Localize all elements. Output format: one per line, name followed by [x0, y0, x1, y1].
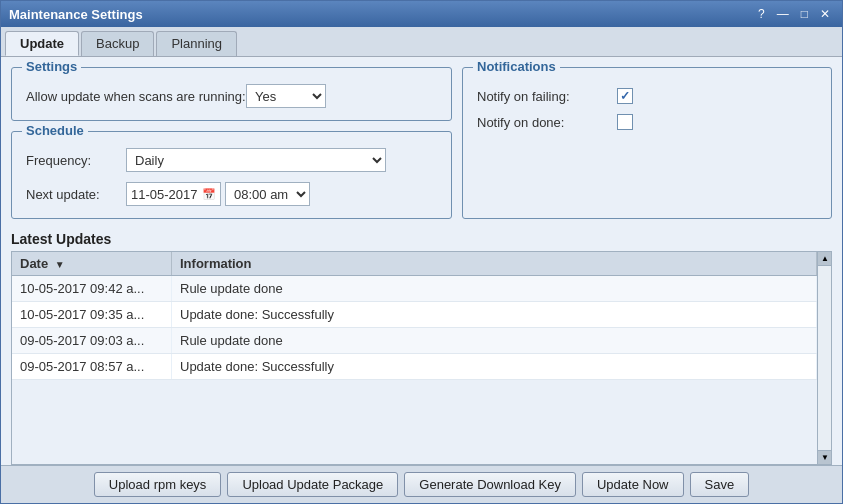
settings-group-title: Settings	[22, 59, 81, 74]
tab-backup[interactable]: Backup	[81, 31, 154, 56]
schedule-group: Schedule Frequency: Daily Weekly Monthly…	[11, 131, 452, 219]
notifications-group: Notifications Notify on failing: Notify …	[462, 67, 832, 219]
title-bar-controls: ? — □ ✕	[754, 7, 834, 21]
scrollbar-track	[818, 266, 831, 450]
next-update-label: Next update:	[26, 187, 126, 202]
scrollbar-down-btn[interactable]: ▼	[818, 450, 832, 464]
cell-info-2: Rule update done	[172, 328, 817, 353]
maximize-button[interactable]: □	[797, 7, 812, 21]
settings-group: Settings Allow update when scans are run…	[11, 67, 452, 121]
table-scrollbar[interactable]: ▲ ▼	[817, 252, 831, 464]
allow-update-label: Allow update when scans are running:	[26, 89, 246, 104]
notify-done-label: Notify on done:	[477, 115, 607, 130]
col-header-date[interactable]: Date ▼	[12, 252, 172, 275]
notify-failing-row: Notify on failing:	[477, 88, 817, 104]
frequency-label: Frequency:	[26, 153, 126, 168]
date-input[interactable]: 11-05-2017 📅	[126, 182, 221, 206]
cell-info-1: Update done: Successfully	[172, 302, 817, 327]
schedule-group-title: Schedule	[22, 123, 88, 138]
content-area: Settings Allow update when scans are run…	[1, 57, 842, 465]
close-button[interactable]: ✕	[816, 7, 834, 21]
tab-bar: Update Backup Planning	[1, 27, 842, 57]
table-container: Date ▼ Information 10-05-2017 09:42 a...…	[11, 251, 832, 465]
sort-arrow-icon: ▼	[55, 259, 65, 270]
panel-left: Settings Allow update when scans are run…	[11, 67, 452, 219]
download-key-button[interactable]: Generate Download Key	[404, 472, 576, 497]
cell-date-3: 09-05-2017 08:57 a...	[12, 354, 172, 379]
update-now-button[interactable]: Update Now	[582, 472, 684, 497]
table-body: 10-05-2017 09:42 a... Rule update done 1…	[12, 276, 817, 464]
calendar-icon[interactable]: 📅	[202, 188, 216, 201]
table-row: 09-05-2017 08:57 a... Update done: Succe…	[12, 354, 817, 380]
col-header-info[interactable]: Information	[172, 252, 817, 275]
title-bar: Maintenance Settings ? — □ ✕	[1, 1, 842, 27]
upload-pkg-button[interactable]: Upload Update Package	[227, 472, 398, 497]
cell-date-2: 09-05-2017 09:03 a...	[12, 328, 172, 353]
date-value: 11-05-2017	[131, 187, 198, 202]
help-button[interactable]: ?	[754, 7, 769, 21]
allow-update-select[interactable]: Yes No	[246, 84, 326, 108]
latest-updates-section: Latest Updates Date ▼ Information	[1, 225, 842, 465]
allow-update-row: Allow update when scans are running: Yes…	[26, 84, 437, 108]
panel-right: Notifications Notify on failing: Notify …	[462, 67, 832, 219]
latest-updates-title: Latest Updates	[11, 225, 832, 251]
notify-done-checkbox[interactable]	[617, 114, 633, 130]
notify-failing-checkbox[interactable]	[617, 88, 633, 104]
table-row: 10-05-2017 09:42 a... Rule update done	[12, 276, 817, 302]
table-main: Date ▼ Information 10-05-2017 09:42 a...…	[12, 252, 817, 464]
time-select[interactable]: 08:00 am 09:00 am 10:00 am	[225, 182, 310, 206]
frequency-select[interactable]: Daily Weekly Monthly	[126, 148, 386, 172]
notifications-group-title: Notifications	[473, 59, 560, 74]
notify-done-row: Notify on done:	[477, 114, 817, 130]
table-header: Date ▼ Information	[12, 252, 817, 276]
next-update-row: Next update: 11-05-2017 📅 08:00 am 09:00…	[26, 182, 437, 206]
notify-failing-label: Notify on failing:	[477, 89, 607, 104]
tab-update[interactable]: Update	[5, 31, 79, 56]
frequency-row: Frequency: Daily Weekly Monthly	[26, 148, 437, 172]
cell-date-1: 10-05-2017 09:35 a...	[12, 302, 172, 327]
footer-bar: Upload rpm keys Upload Update Package Ge…	[1, 465, 842, 503]
table-row: 10-05-2017 09:35 a... Update done: Succe…	[12, 302, 817, 328]
main-window: Maintenance Settings ? — □ ✕ Update Back…	[0, 0, 843, 504]
cell-info-0: Rule update done	[172, 276, 817, 301]
save-button[interactable]: Save	[690, 472, 750, 497]
cell-info-3: Update done: Successfully	[172, 354, 817, 379]
tab-planning[interactable]: Planning	[156, 31, 237, 56]
table-row: 09-05-2017 09:03 a... Rule update done	[12, 328, 817, 354]
minimize-button[interactable]: —	[773, 7, 793, 21]
cell-date-0: 10-05-2017 09:42 a...	[12, 276, 172, 301]
upload-rpm-button[interactable]: Upload rpm keys	[94, 472, 222, 497]
top-panels: Settings Allow update when scans are run…	[1, 57, 842, 225]
scrollbar-up-btn[interactable]: ▲	[818, 252, 832, 266]
window-title: Maintenance Settings	[9, 7, 143, 22]
